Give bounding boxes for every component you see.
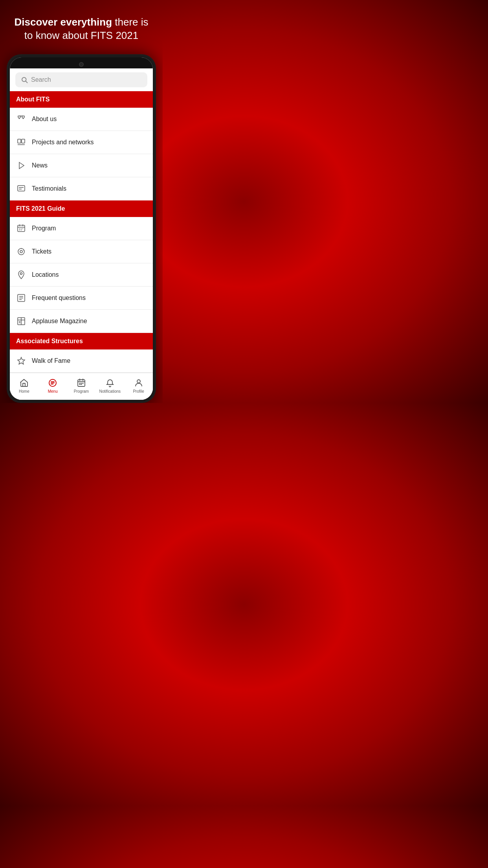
phone-screen: Search About FITS About us	[10, 57, 153, 400]
svg-marker-33	[18, 357, 25, 364]
header-text: Discover everything there is to know abo…	[2, 0, 160, 54]
section-about-fits: About FITS	[10, 91, 153, 108]
bottom-navigation: Home Menu	[10, 373, 153, 400]
section-fits-guide: FITS 2021 Guide	[10, 200, 153, 217]
svg-rect-10	[18, 225, 25, 232]
nav-item-menu[interactable]: Menu	[39, 376, 67, 395]
nav-calendar-icon	[76, 378, 86, 388]
svg-point-20	[20, 250, 22, 253]
projects-icon	[16, 137, 26, 147]
menu-item-projects[interactable]: Projects and networks	[10, 131, 153, 154]
faq-icon	[16, 293, 26, 303]
tickets-icon	[16, 246, 26, 257]
menu-item-faq[interactable]: Frequent questions	[10, 287, 153, 310]
magazine-icon	[16, 316, 26, 326]
tickets-label: Tickets	[32, 248, 51, 255]
walk-of-fame-label: Walk of Fame	[32, 357, 70, 364]
bell-icon	[105, 378, 115, 388]
search-placeholder: Search	[31, 76, 51, 83]
home-icon	[19, 378, 29, 388]
nav-notifications-label: Notifications	[99, 389, 121, 394]
section-associated: Associated Structures	[10, 333, 153, 349]
testimonials-label: Testimonials	[32, 185, 66, 192]
menu-icon	[48, 378, 58, 388]
svg-rect-4	[22, 139, 25, 143]
svg-marker-6	[19, 162, 24, 169]
svg-point-47	[137, 380, 140, 383]
menu-item-news[interactable]: News	[10, 154, 153, 177]
news-icon	[16, 160, 26, 171]
menu-item-magazine[interactable]: Applause Magazine	[10, 310, 153, 333]
nav-item-home[interactable]: Home	[10, 376, 39, 395]
search-icon	[21, 76, 28, 83]
magazine-label: Applause Magazine	[32, 318, 87, 325]
svg-line-1	[26, 81, 27, 83]
nav-home-label: Home	[19, 389, 29, 394]
news-label: News	[32, 162, 48, 169]
menu-item-walk-of-fame[interactable]: Walk of Fame	[10, 349, 153, 373]
locations-label: Locations	[32, 271, 59, 278]
svg-line-22	[24, 250, 24, 250]
faq-label: Frequent questions	[32, 294, 86, 302]
svg-point-19	[18, 248, 24, 255]
svg-rect-7	[18, 186, 25, 191]
star-icon	[16, 356, 26, 366]
menu-item-locations[interactable]: Locations	[10, 263, 153, 287]
program-label: Program	[32, 225, 56, 232]
menu-item-tickets[interactable]: Tickets	[10, 240, 153, 263]
nav-profile-label: Profile	[133, 389, 144, 394]
nav-menu-label: Menu	[48, 389, 58, 394]
profile-icon	[134, 378, 144, 388]
search-bar[interactable]: Search	[10, 68, 153, 91]
testimonials-icon	[16, 184, 26, 194]
calendar-icon	[16, 223, 26, 234]
people-icon	[16, 114, 26, 124]
svg-point-23	[20, 272, 22, 274]
svg-rect-3	[18, 139, 21, 143]
nav-program-label: Program	[74, 389, 89, 394]
about-us-label: About us	[32, 116, 57, 123]
front-camera	[79, 62, 84, 67]
nav-item-notifications[interactable]: Notifications	[95, 376, 124, 395]
phone-frame: Search About FITS About us	[7, 54, 156, 403]
nav-item-program[interactable]: Program	[67, 376, 96, 395]
menu-item-testimonials[interactable]: Testimonials	[10, 177, 153, 200]
projects-label: Projects and networks	[32, 139, 94, 146]
menu-item-about-us[interactable]: About us	[10, 108, 153, 131]
nav-item-profile[interactable]: Profile	[124, 376, 153, 395]
location-icon	[16, 270, 26, 280]
phone-notch	[10, 57, 153, 68]
menu-item-program[interactable]: Program	[10, 217, 153, 240]
